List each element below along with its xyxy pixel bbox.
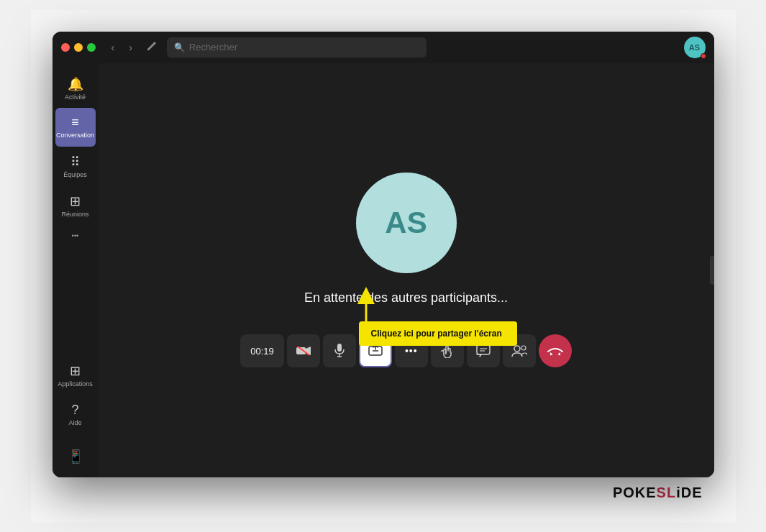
sidebar-label-activite: Activité: [65, 94, 86, 101]
bell-icon: 🔔: [68, 76, 83, 92]
sidebar-item-activite[interactable]: 🔔 Activité: [53, 69, 99, 109]
sidebar-label-applications: Applications: [58, 381, 93, 388]
apps-icon: ⊞: [70, 363, 81, 379]
sidebar-item-more[interactable]: •••: [53, 226, 99, 247]
end-call-button[interactable]: [539, 334, 572, 367]
notification-badge: [701, 53, 706, 59]
calendar-icon: ⊞: [70, 193, 81, 209]
camera-button[interactable]: [287, 334, 320, 367]
sidebar-label-conversation: Conversation: [56, 132, 94, 139]
sidebar-item-equipes[interactable]: ⠿ Équipes: [53, 147, 99, 186]
participants-button[interactable]: [503, 334, 536, 367]
sidebar-label-reunions: Réunions: [61, 211, 88, 219]
sidebar-item-device[interactable]: 📱: [53, 441, 99, 472]
sidebar-label-aide: Aide: [68, 420, 81, 427]
svg-rect-4: [337, 344, 342, 352]
more-dots: •••: [72, 233, 78, 240]
call-controls: 00:19: [240, 334, 572, 367]
more-options-button[interactable]: •••: [395, 334, 428, 367]
search-input[interactable]: [189, 42, 419, 52]
user-avatar[interactable]: AS: [684, 37, 706, 58]
brand-sl: SL: [657, 485, 677, 500]
sidebar-item-applications[interactable]: ⊞ Applications: [53, 356, 99, 395]
participant-avatar: AS: [356, 173, 457, 273]
sidebar-item-conversation[interactable]: ≡ Conversation: [55, 108, 96, 147]
svg-rect-10: [477, 345, 490, 354]
sidebar: 🔔 Activité ≡ Conversation ⠿ Équipes ⊞ Ré…: [53, 63, 99, 477]
ellipsis-icon: •••: [405, 345, 418, 357]
app-window: ‹ › 🔍 AS: [53, 32, 714, 477]
share-screen-button[interactable]: [359, 334, 392, 367]
svg-point-13: [514, 346, 520, 352]
sidebar-item-reunions[interactable]: ⊞ Réunions: [53, 186, 99, 226]
waiting-text: En attente des autres participants...: [304, 290, 508, 306]
brand-poke: POKE: [613, 485, 657, 500]
title-bar: ‹ › 🔍 AS: [53, 32, 714, 63]
svg-point-14: [521, 346, 526, 350]
sidebar-item-aide[interactable]: ? Aide: [53, 395, 99, 434]
help-icon: ?: [71, 403, 78, 418]
chat-button[interactable]: [467, 334, 500, 367]
search-bar[interactable]: 🔍: [167, 37, 427, 58]
right-edge-handle[interactable]: [710, 256, 714, 285]
branding: POKESLiDE: [53, 485, 703, 501]
raise-hand-button[interactable]: [431, 334, 464, 367]
device-icon: 📱: [68, 449, 83, 464]
back-button[interactable]: ‹: [107, 39, 119, 56]
minimize-button[interactable]: [74, 43, 83, 52]
main-area: 🔔 Activité ≡ Conversation ⠿ Équipes ⊞ Ré…: [53, 63, 714, 477]
search-icon: 🔍: [174, 42, 185, 52]
maximize-button[interactable]: [87, 43, 96, 52]
compose-button[interactable]: [142, 38, 161, 56]
close-button[interactable]: [61, 43, 70, 52]
call-timer: 00:19: [240, 334, 284, 367]
sidebar-label-equipes: Équipes: [63, 172, 87, 179]
teams-icon: ⠿: [70, 154, 80, 170]
forward-button[interactable]: ›: [124, 39, 137, 56]
brand-ide: iDE: [676, 485, 702, 500]
call-area: AS En attente des autres participants...…: [99, 63, 714, 477]
mic-button[interactable]: [323, 334, 356, 367]
chat-icon: ≡: [71, 115, 79, 130]
traffic-lights: [61, 43, 96, 52]
